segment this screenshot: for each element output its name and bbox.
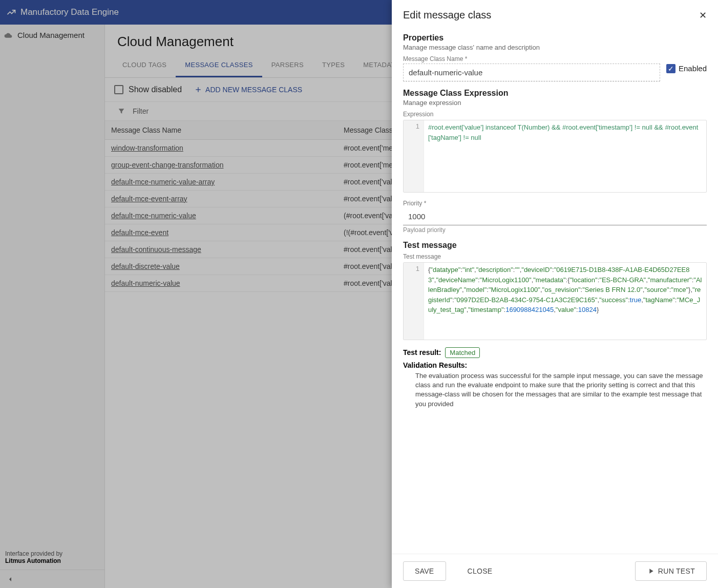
enabled-checkbox[interactable]: ✓ Enabled: [666, 64, 707, 73]
close-button[interactable]: CLOSE: [456, 562, 504, 580]
test-message-label: Test message: [403, 253, 707, 260]
name-field-label: Message Class Name *: [403, 55, 660, 62]
test-message-code[interactable]: {"datatype":"int","description":"","devi…: [424, 263, 706, 340]
validation-label: Validation Results:: [403, 361, 467, 369]
test-result-label: Test result:: [403, 348, 441, 356]
properties-sub: Manage message class' name and descripti…: [403, 44, 707, 51]
validation-results: Validation Results: The evaluation proce…: [403, 361, 707, 409]
priority-label: Priority *: [403, 200, 707, 207]
close-icon[interactable]: ✕: [699, 10, 707, 21]
test-result-row: Test result: Matched: [403, 347, 707, 358]
checkbox-checked-icon: ✓: [666, 64, 675, 73]
priority-input[interactable]: [403, 208, 707, 225]
priority-helper: Payload priority: [403, 226, 707, 234]
validation-text: The evaluation process was successful fo…: [403, 369, 707, 409]
play-icon: [647, 567, 655, 575]
run-test-label: RUN TEST: [658, 567, 695, 575]
save-button[interactable]: SAVE: [403, 561, 446, 581]
line-gutter: 1: [404, 120, 424, 192]
line-gutter: 1: [404, 263, 424, 340]
expression-sub: Manage expression: [403, 99, 707, 107]
properties-heading: Properties: [403, 33, 707, 43]
panel-footer: SAVE CLOSE RUN TEST: [392, 554, 718, 588]
edit-message-class-panel: Edit message class ✕ Properties Manage m…: [392, 0, 718, 588]
run-test-button[interactable]: RUN TEST: [635, 561, 707, 581]
expression-editor[interactable]: 1 #root.event['value'] instanceof T(Numb…: [403, 120, 707, 193]
message-class-name-input[interactable]: [403, 64, 660, 81]
test-heading: Test message: [403, 241, 707, 250]
expression-label: Expression: [403, 111, 707, 118]
panel-title: Edit message class: [403, 9, 491, 21]
test-message-editor[interactable]: 1 {"datatype":"int","description":"","de…: [403, 262, 707, 340]
expression-code[interactable]: #root.event['value'] instanceof T(Number…: [424, 120, 706, 192]
test-result-badge: Matched: [445, 347, 480, 358]
enabled-label: Enabled: [679, 64, 707, 73]
expression-heading: Message Class Expression: [403, 89, 707, 98]
